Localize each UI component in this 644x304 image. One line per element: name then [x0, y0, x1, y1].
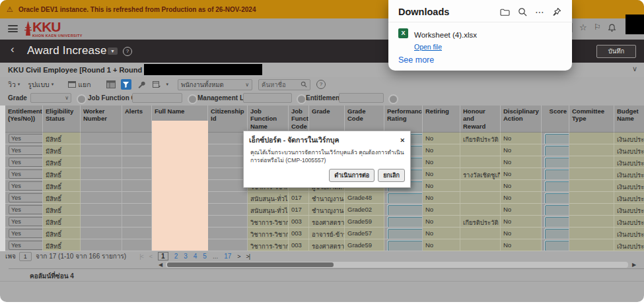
- col-gcode[interactable]: Grade Code: [345, 106, 384, 133]
- employee-filter-select[interactable]: พนักงานทั้งหมด ∨: [178, 79, 252, 90]
- manage-columns-icon[interactable]: [151, 79, 162, 90]
- grade-filter-go-icon[interactable]: [77, 94, 87, 104]
- score-input[interactable]: [545, 217, 569, 228]
- col-score[interactable]: Score: [542, 106, 569, 133]
- col-jfcode[interactable]: Job Function Code: [289, 106, 309, 133]
- entitlement-input[interactable]: [9, 181, 43, 191]
- downloads-pin-icon[interactable]: [552, 7, 561, 16]
- format-menu-button[interactable]: รูปแบบ▾: [28, 79, 54, 90]
- detach-button[interactable]: แยก: [68, 79, 90, 90]
- page-link-3[interactable]: 3: [184, 253, 188, 260]
- cell-elig: มีสิทธิ์: [43, 204, 81, 216]
- col-disc[interactable]: Disciplinary Action: [501, 106, 542, 133]
- score-input[interactable]: [545, 169, 569, 180]
- cell-disc: No: [501, 228, 542, 239]
- scroll-left-icon[interactable]: ◀: [159, 262, 162, 268]
- col-jfname[interactable]: Job Function Name: [248, 106, 289, 133]
- entitlement-input[interactable]: [9, 193, 43, 202]
- page-link-1[interactable]: 1: [158, 252, 168, 260]
- entitlement-filter-input[interactable]: [339, 93, 384, 103]
- job-function-code-filter-input[interactable]: [132, 93, 182, 103]
- page-link-17[interactable]: 17: [224, 253, 231, 260]
- scrollbar-thumb[interactable]: [167, 262, 334, 267]
- entitlement-input[interactable]: [9, 134, 43, 143]
- col-grade[interactable]: Grade: [309, 106, 345, 133]
- dialog-cancel-button[interactable]: ยกเลิก: [378, 169, 405, 182]
- col-elig[interactable]: Eligibility Status: [43, 106, 81, 133]
- score-input[interactable]: [545, 134, 569, 144]
- col-citizenship[interactable]: Citizenship Id: [208, 106, 248, 133]
- flag-icon[interactable]: ⚐: [594, 22, 601, 32]
- col-worker[interactable]: Worker Number: [81, 106, 122, 133]
- downloads-more-icon[interactable]: ⋯: [535, 9, 544, 15]
- plan-chevron-down-icon[interactable]: ∨: [632, 65, 637, 73]
- back-button[interactable]: ‹: [11, 43, 15, 56]
- grade-filter-select[interactable]: ∨: [30, 93, 71, 103]
- perf-input[interactable]: [388, 217, 423, 228]
- perf-input[interactable]: [388, 229, 423, 239]
- wrench-icon[interactable]: [136, 79, 147, 90]
- col-committee[interactable]: Committee Type: [569, 106, 614, 133]
- col-retiring[interactable]: Retiring: [423, 106, 460, 133]
- see-more-link[interactable]: See more: [398, 55, 434, 65]
- col-honour[interactable]: Honour and Reward: [460, 106, 501, 133]
- downloads-folder-icon[interactable]: [500, 8, 510, 16]
- entitlement-input[interactable]: [9, 205, 43, 214]
- entitlement-input[interactable]: [9, 241, 43, 250]
- page-link-2[interactable]: 2: [174, 253, 178, 260]
- kku-logo[interactable]: KKU KHON KAEN UNIVERSITY: [24, 20, 83, 38]
- score-input[interactable]: [545, 241, 569, 251]
- vertical-scrollbar-track[interactable]: [0, 106, 5, 251]
- score-input[interactable]: [545, 181, 569, 192]
- score-input[interactable]: [545, 146, 569, 156]
- col-ent[interactable]: Entitlement (Yes/No)): [5, 106, 43, 133]
- score-input[interactable]: [545, 229, 569, 239]
- filter-icon[interactable]: [121, 79, 131, 90]
- score-input[interactable]: [545, 193, 569, 204]
- entitlement-filter-go-icon[interactable]: [388, 94, 398, 104]
- help-icon[interactable]: ?: [123, 47, 132, 56]
- view-menu-button[interactable]: วิว▾: [8, 79, 20, 90]
- col-alerts[interactable]: Alerts: [122, 106, 152, 133]
- col-perf[interactable]: Performance Rating: [384, 106, 423, 133]
- search-help-icon[interactable]: ?: [316, 80, 326, 89]
- col-budget[interactable]: Budget Name: [614, 106, 644, 133]
- management-level-filter-input[interactable]: [243, 93, 292, 103]
- score-input[interactable]: [545, 205, 569, 216]
- entitlement-input[interactable]: [9, 169, 43, 179]
- dialog-continue-button[interactable]: ดำเนินการต่อ: [329, 169, 375, 182]
- freeze-icon[interactable]: [106, 79, 116, 90]
- next-page-icon[interactable]: >: [237, 253, 240, 260]
- scrollbar-track[interactable]: [166, 262, 628, 268]
- perf-input[interactable]: [388, 241, 423, 251]
- entitlement-input[interactable]: [9, 146, 43, 155]
- job-function-code-filter-go-icon[interactable]: [188, 94, 197, 104]
- first-page-icon[interactable]: |<: [139, 253, 143, 260]
- search-input[interactable]: ค้นหาชื่อ: [258, 79, 310, 90]
- cell-perf: [384, 192, 423, 204]
- entitlement-input[interactable]: [9, 229, 43, 238]
- page-link-4[interactable]: 4: [194, 253, 197, 260]
- open-file-link[interactable]: Open file: [414, 43, 442, 51]
- scroll-right-icon[interactable]: ▶: [632, 262, 636, 268]
- media-icon[interactable]: ▼: [108, 47, 118, 55]
- page-number-input[interactable]: [19, 252, 32, 261]
- perf-input[interactable]: [388, 205, 423, 216]
- favorites-star-icon[interactable]: ☆: [579, 22, 587, 32]
- caret-down-icon[interactable]: ▾: [166, 82, 169, 87]
- downloads-search-icon[interactable]: [518, 7, 527, 16]
- score-input[interactable]: [545, 158, 569, 168]
- previous-page-icon[interactable]: <: [149, 253, 152, 260]
- page-link-5[interactable]: 5: [203, 253, 207, 260]
- entitlement-input[interactable]: [9, 158, 43, 167]
- last-page-icon[interactable]: >|: [246, 253, 250, 260]
- download-item[interactable]: X Worksheet (4).xlsx Open file: [398, 28, 572, 52]
- dialog-close-icon[interactable]: ✕: [400, 137, 405, 144]
- page-link-...: ...: [213, 253, 218, 260]
- save-button[interactable]: บันทึก: [596, 45, 636, 58]
- hamburger-menu-icon[interactable]: [8, 25, 18, 32]
- perf-input[interactable]: [388, 193, 423, 204]
- bell-icon[interactable]: 43: [608, 24, 616, 32]
- entitlement-input[interactable]: [9, 217, 43, 226]
- management-level-filter-go-icon[interactable]: [297, 94, 306, 104]
